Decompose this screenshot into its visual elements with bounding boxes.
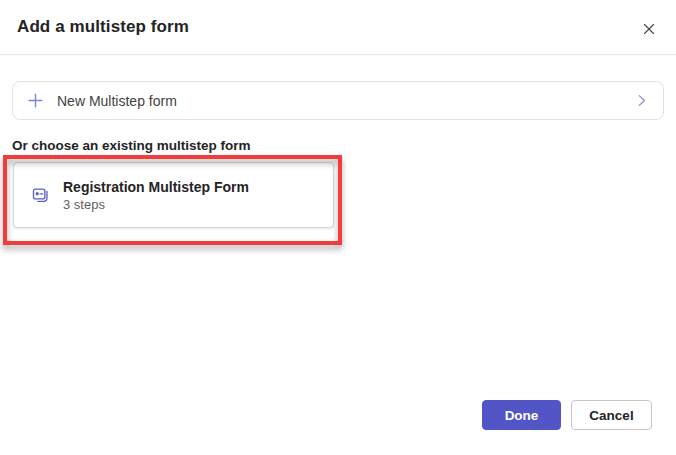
header-divider <box>0 54 676 55</box>
close-button[interactable] <box>636 16 662 42</box>
cancel-button[interactable]: Cancel <box>571 400 652 430</box>
form-card-steps: 3 steps <box>63 197 249 212</box>
done-button[interactable]: Done <box>482 400 561 430</box>
chevron-right-icon <box>634 93 649 108</box>
existing-forms-section-label: Or choose an existing multistep form <box>12 138 251 153</box>
add-multistep-form-dialog: Add a multistep form New Multistep form … <box>0 0 676 455</box>
existing-form-card-registration[interactable]: Registration Multistep Form 3 steps <box>13 162 334 228</box>
form-card-text: Registration Multistep Form 3 steps <box>63 179 249 212</box>
new-multistep-form-button[interactable]: New Multistep form <box>12 81 664 120</box>
multistep-form-icon <box>31 186 50 205</box>
close-icon <box>641 21 657 37</box>
plus-icon <box>27 92 44 109</box>
form-card-name: Registration Multistep Form <box>63 179 249 195</box>
dialog-title: Add a multistep form <box>17 17 189 37</box>
new-multistep-form-label: New Multistep form <box>57 93 177 109</box>
